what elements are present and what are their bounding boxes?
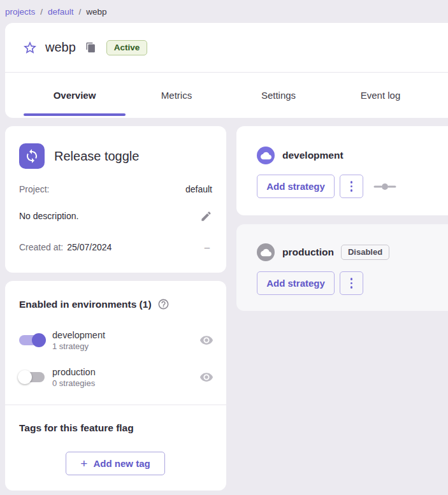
status-badge: Active	[106, 40, 148, 55]
plus-icon: +	[80, 457, 87, 470]
more-options-kebab-button[interactable]	[340, 175, 363, 198]
created-label: Created at:	[19, 242, 63, 252]
created-value: 25/07/2024	[67, 242, 112, 252]
environment-panel-title: production	[282, 247, 334, 258]
copy-name-icon[interactable]	[85, 42, 97, 54]
enabled-environments-title: Enabled in environments (1)	[19, 299, 152, 310]
environment-panel-title: development	[282, 150, 343, 161]
flag-type-label: Release toggle	[54, 149, 139, 164]
empty-value-dash: –	[205, 241, 212, 252]
tab-event-log-label: Event log	[361, 90, 401, 101]
strategy-connector-icon	[373, 183, 396, 190]
visibility-eye-icon[interactable]	[199, 370, 213, 384]
description-text: No description.	[19, 211, 78, 221]
tab-metrics[interactable]: Metrics	[126, 73, 228, 118]
breadcrumb-projects-link[interactable]: projects	[5, 7, 35, 17]
card-divider	[5, 405, 226, 405]
tab-settings-label: Settings	[261, 90, 296, 101]
production-environment-panel: production Disabled Add strategy	[236, 224, 448, 311]
tags-section-title: Tags for this feature flag	[19, 422, 134, 434]
breadcrumb-separator: /	[79, 7, 82, 17]
environment-name: production	[52, 367, 96, 377]
edit-description-pencil-icon[interactable]	[199, 210, 212, 222]
created-row: Created at: 25/07/2024 –	[19, 241, 212, 252]
favorite-star-icon[interactable]	[22, 40, 38, 55]
add-new-tag-label: Add new tag	[93, 458, 150, 469]
cloud-icon	[257, 147, 275, 164]
kebab-menu-icon	[350, 181, 353, 192]
page-title: webp	[45, 40, 76, 55]
add-strategy-button[interactable]: Add strategy	[257, 175, 335, 198]
feature-meta-card: Release toggle Project: default No descr…	[5, 126, 226, 273]
production-toggle[interactable]	[18, 369, 46, 385]
project-label: Project:	[19, 184, 49, 194]
breadcrumb-separator: /	[40, 7, 43, 17]
active-tab-indicator	[24, 113, 126, 116]
tab-overview[interactable]: Overview	[24, 73, 126, 118]
environments-and-tags-card: Enabled in environments (1) development …	[5, 281, 226, 491]
add-new-tag-button[interactable]: + Add new tag	[66, 452, 165, 475]
help-icon[interactable]	[157, 298, 170, 310]
flag-type-header: Release toggle	[19, 143, 139, 169]
add-strategy-button[interactable]: Add strategy	[257, 271, 335, 295]
breadcrumb-current: webp	[86, 7, 106, 17]
description-row: No description.	[19, 210, 212, 222]
feature-header-card: webp Active Overview Metrics Settings Ev…	[5, 23, 448, 118]
disabled-badge: Disabled	[341, 245, 389, 260]
strategy-count: 1 strategy	[52, 341, 105, 351]
breadcrumb-default-link[interactable]: default	[48, 7, 74, 17]
environment-row-development: development 1 strategy	[18, 327, 213, 354]
tab-metrics-label: Metrics	[161, 90, 192, 101]
environment-name: development	[52, 330, 105, 340]
development-environment-panel: development Add strategy	[236, 126, 448, 215]
strategy-count: 0 strategies	[52, 378, 96, 388]
release-toggle-loop-icon	[19, 143, 45, 169]
development-toggle[interactable]	[18, 333, 46, 348]
more-options-kebab-button[interactable]	[340, 271, 363, 295]
project-value: default	[185, 184, 212, 194]
environment-row-production: production 0 strategies	[18, 364, 213, 391]
visibility-eye-icon[interactable]	[199, 333, 213, 347]
tab-overview-label: Overview	[54, 90, 96, 101]
project-row: Project: default	[19, 184, 212, 194]
feature-title-row: webp Active	[5, 23, 448, 72]
tab-bar: Overview Metrics Settings Event log	[24, 73, 431, 118]
kebab-menu-icon	[350, 278, 353, 289]
tab-event-log[interactable]: Event log	[329, 73, 431, 118]
screen: projects / default / webp webp Active Ov…	[0, 0, 448, 495]
tab-settings[interactable]: Settings	[228, 73, 329, 118]
breadcrumb: projects / default / webp	[5, 1, 107, 22]
cloud-icon	[257, 243, 275, 261]
